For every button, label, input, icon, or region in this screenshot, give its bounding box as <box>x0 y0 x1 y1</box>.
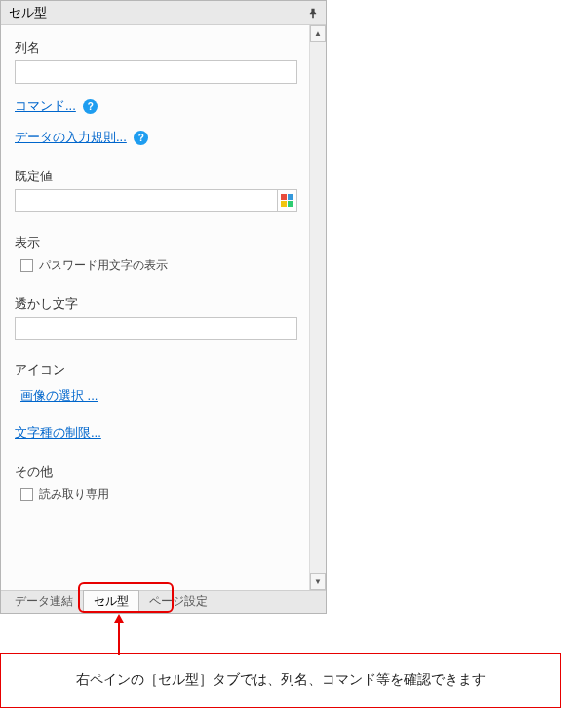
svg-rect-0 <box>281 194 287 200</box>
default-value-label: 既定値 <box>15 168 297 185</box>
readonly-checkbox-label: 読み取り専用 <box>39 486 109 503</box>
help-icon[interactable]: ? <box>83 99 98 114</box>
column-name-input[interactable] <box>15 60 297 84</box>
watermark-label: 透かし文字 <box>15 295 297 313</box>
char-type-limit-link[interactable]: 文字種の制限... <box>15 424 101 441</box>
default-value-picker-button[interactable] <box>277 189 297 212</box>
watermark-input[interactable] <box>15 317 297 340</box>
command-link[interactable]: コマンド... <box>15 97 76 115</box>
right-pane-panel: セル型 列名 コマンド... ? データの入力規則... ? 既定値 <box>0 0 327 614</box>
display-label: 表示 <box>15 234 297 251</box>
callout-text: 右ペインの［セル型］タブでは、列名、コマンド等を確認できます <box>76 671 486 687</box>
data-validation-link[interactable]: データの入力規則... <box>15 129 127 146</box>
svg-rect-1 <box>288 194 293 200</box>
tab-cell-type[interactable]: セル型 <box>83 590 139 613</box>
scroll-track[interactable] <box>310 42 326 573</box>
pin-icon[interactable] <box>308 7 318 19</box>
icon-label: アイコン <box>15 362 297 379</box>
default-value-input[interactable] <box>15 189 277 212</box>
password-display-checkbox-label: パスワード用文字の表示 <box>39 257 168 274</box>
help-icon[interactable]: ? <box>134 131 148 145</box>
readonly-checkbox[interactable] <box>20 488 33 501</box>
scroll-up-button[interactable]: ▲ <box>310 25 326 42</box>
password-display-checkbox[interactable] <box>20 259 33 272</box>
panel-title: セル型 <box>9 4 47 21</box>
tab-page-setup[interactable]: ページ設定 <box>139 591 217 613</box>
tab-data-link[interactable]: データ連結 <box>5 591 83 613</box>
vertical-scrollbar[interactable]: ▲ ▼ <box>309 25 326 590</box>
scroll-down-button[interactable]: ▼ <box>310 573 326 590</box>
color-picker-icon <box>281 194 294 208</box>
panel-header: セル型 <box>1 1 326 25</box>
callout-box: 右ペインの［セル型］タブでは、列名、コマンド等を確認できます <box>0 653 561 708</box>
svg-rect-3 <box>288 201 293 207</box>
bottom-tabstrip: データ連結 セル型 ページ設定 <box>1 590 326 613</box>
svg-rect-2 <box>281 201 287 207</box>
other-label: その他 <box>15 463 297 480</box>
select-image-link[interactable]: 画像の選択 ... <box>20 387 98 404</box>
column-name-label: 列名 <box>15 39 297 57</box>
panel-content: 列名 コマンド... ? データの入力規則... ? 既定値 <box>1 25 309 590</box>
callout-arrow-line <box>118 622 120 655</box>
